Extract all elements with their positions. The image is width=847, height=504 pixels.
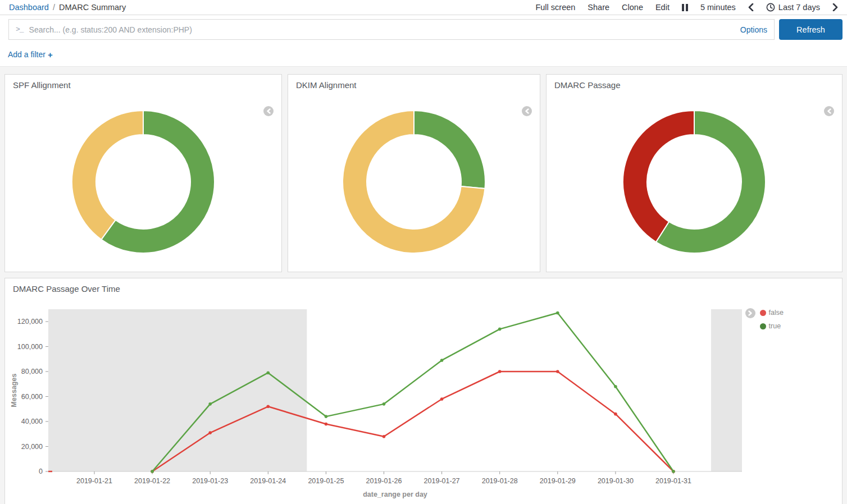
nav-menu: Full screen Share Clone Edit 5 minutes L… bbox=[535, 3, 838, 12]
time-forward-button[interactable] bbox=[832, 3, 838, 11]
data-point-false[interactable] bbox=[498, 370, 502, 373]
add-filter-link[interactable]: Add a filter + bbox=[8, 50, 53, 59]
data-point-false[interactable] bbox=[382, 435, 386, 438]
data-point-true[interactable] bbox=[440, 359, 444, 362]
legend-dot-false-icon bbox=[760, 310, 766, 316]
pause-icon[interactable] bbox=[682, 4, 688, 11]
x-tick-label: 2019-01-30 bbox=[598, 477, 634, 485]
x-tick-label: 2019-01-27 bbox=[424, 477, 460, 485]
chevron-left-icon bbox=[266, 108, 271, 114]
time-range-picker[interactable]: Last 7 days bbox=[766, 3, 820, 12]
panel-title: SPF Allignment bbox=[5, 75, 281, 90]
clock-icon bbox=[766, 3, 775, 12]
data-point-false[interactable] bbox=[614, 413, 617, 416]
y-tick-label: 60,000 bbox=[21, 393, 43, 401]
data-point-true[interactable] bbox=[556, 311, 559, 315]
pie-slice-yellow-segment[interactable] bbox=[72, 111, 143, 240]
spf-allignment-panel: SPF Allignment bbox=[4, 74, 282, 272]
line-chart: 2019-01-212019-01-222019-01-232019-01-24… bbox=[5, 294, 842, 502]
panel-title: DMARC Passage Over Time bbox=[5, 278, 842, 294]
spf-donut-chart bbox=[68, 107, 218, 257]
options-link[interactable]: Options bbox=[740, 25, 767, 34]
dmarc-over-time-panel: DMARC Passage Over Time 2019-01-212019-0… bbox=[4, 278, 843, 504]
expand-legend-button[interactable] bbox=[745, 308, 755, 318]
legend-dot-true-icon bbox=[760, 323, 766, 329]
legend-label: true bbox=[769, 322, 781, 330]
data-point-true[interactable] bbox=[614, 385, 617, 388]
x-tick-label: 2019-01-25 bbox=[308, 477, 344, 485]
donut-chart-area bbox=[288, 107, 540, 257]
data-point-true[interactable] bbox=[151, 470, 154, 473]
query-bar-row: >_ Options Refresh bbox=[0, 15, 847, 44]
add-filter-label: Add a filter bbox=[8, 50, 45, 59]
data-point-false[interactable] bbox=[325, 423, 328, 426]
data-point-true[interactable] bbox=[382, 402, 386, 406]
time-back-button[interactable] bbox=[748, 3, 754, 11]
x-tick-label: 2019-01-26 bbox=[366, 477, 402, 485]
dashboard-grid: SPF Allignment DKIM Alignment DMARC Pass… bbox=[0, 67, 847, 504]
collapse-legend-button[interactable] bbox=[522, 106, 532, 116]
refresh-interval-button[interactable]: 5 minutes bbox=[700, 3, 736, 12]
pie-slice-green-segment[interactable] bbox=[414, 111, 485, 189]
breadcrumb-separator: / bbox=[53, 3, 55, 12]
search-bar[interactable]: >_ Options bbox=[8, 19, 775, 40]
panel-title: DMARC Passage bbox=[547, 75, 842, 90]
collapse-legend-button[interactable] bbox=[263, 106, 274, 116]
x-tick-label: 2019-01-21 bbox=[76, 477, 112, 485]
breadcrumb: Dashboard / DMARC Summary bbox=[9, 3, 126, 12]
y-tick-label: 100,000 bbox=[17, 343, 43, 351]
data-point-false[interactable] bbox=[556, 370, 559, 373]
chevron-left-icon bbox=[525, 108, 530, 114]
data-point-true[interactable] bbox=[672, 470, 675, 473]
full-screen-button[interactable]: Full screen bbox=[535, 3, 575, 12]
x-tick-label: 2019-01-29 bbox=[540, 477, 576, 485]
breadcrumb-dashboard-link[interactable]: Dashboard bbox=[9, 3, 49, 12]
y-axis-title: Messages bbox=[10, 374, 18, 407]
legend-label: false bbox=[769, 309, 784, 317]
x-axis-title: date_range per day bbox=[363, 491, 427, 498]
donut-chart-area bbox=[5, 107, 281, 257]
legend-item-false[interactable]: false bbox=[760, 309, 784, 317]
page-title: DMARC Summary bbox=[59, 3, 126, 12]
dmarc-passage-panel: DMARC Passage bbox=[546, 74, 843, 272]
collapse-legend-button[interactable] bbox=[824, 106, 834, 116]
clone-button[interactable]: Clone bbox=[622, 3, 643, 12]
data-point-false[interactable] bbox=[267, 405, 270, 409]
x-tick-label: 2019-01-22 bbox=[134, 477, 170, 485]
chevron-right-icon bbox=[748, 310, 753, 316]
x-tick-label: 2019-01-28 bbox=[482, 477, 518, 485]
top-panels-row: SPF Allignment DKIM Alignment DMARC Pass… bbox=[4, 74, 843, 272]
share-button[interactable]: Share bbox=[588, 3, 609, 12]
time-range-label: Last 7 days bbox=[778, 3, 820, 12]
terminal-prompt-icon: >_ bbox=[16, 25, 24, 34]
endzone-left bbox=[48, 309, 307, 471]
y-tick-label: 20,000 bbox=[21, 443, 43, 451]
edit-button[interactable]: Edit bbox=[655, 3, 670, 12]
data-point-true[interactable] bbox=[498, 328, 502, 331]
data-point-true[interactable] bbox=[208, 402, 212, 406]
top-nav: Dashboard / DMARC Summary Full screen Sh… bbox=[0, 0, 847, 15]
plus-icon: + bbox=[48, 50, 53, 59]
panel-title: DKIM Alignment bbox=[288, 75, 540, 90]
legend-item-true[interactable]: true bbox=[760, 322, 784, 330]
filter-bar: Add a filter + bbox=[0, 44, 847, 67]
data-point-true[interactable] bbox=[325, 415, 328, 418]
chart-legend: false true bbox=[760, 309, 784, 330]
data-point-true[interactable] bbox=[267, 371, 270, 374]
y-tick-label: 80,000 bbox=[21, 368, 43, 375]
chevron-right-icon bbox=[832, 3, 838, 11]
y-tick-label: 40,000 bbox=[21, 418, 43, 425]
x-tick-label: 2019-01-23 bbox=[192, 477, 228, 485]
pie-slice-red-segment[interactable] bbox=[623, 111, 694, 242]
refresh-button[interactable]: Refresh bbox=[779, 19, 843, 40]
data-point-false[interactable] bbox=[208, 431, 212, 434]
search-input[interactable] bbox=[29, 25, 734, 34]
chevron-left-icon bbox=[748, 3, 754, 11]
dmarc-donut-chart bbox=[619, 107, 769, 257]
donut-chart-area bbox=[547, 107, 842, 257]
data-point-false[interactable] bbox=[440, 397, 444, 401]
y-tick-label: 0 bbox=[39, 468, 43, 475]
endzone-right bbox=[711, 309, 742, 471]
dkim-alignment-panel: DKIM Alignment bbox=[288, 74, 540, 272]
dkim-donut-chart bbox=[339, 107, 489, 257]
